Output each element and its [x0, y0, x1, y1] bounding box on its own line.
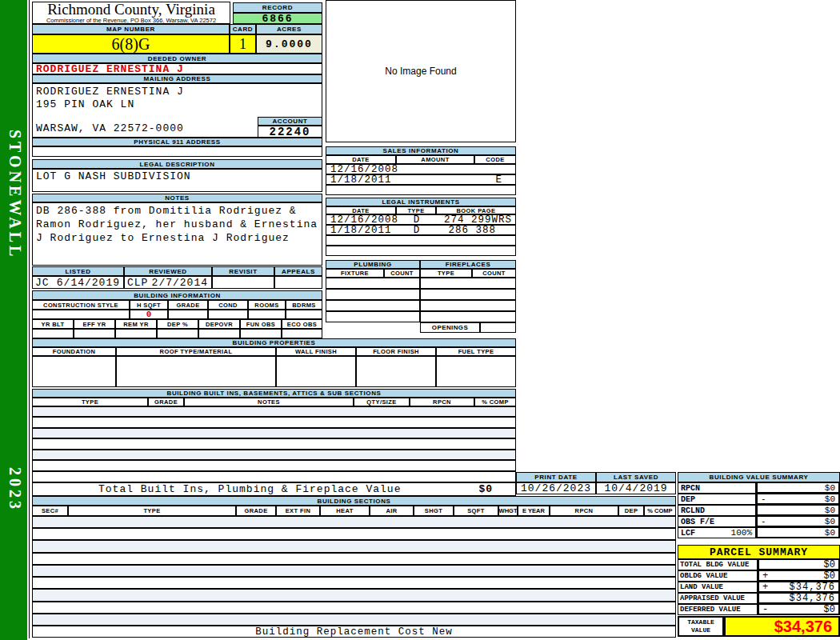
listed-label: LISTED — [32, 266, 124, 276]
fireplace-row — [420, 300, 516, 311]
bi-comp-header: % COMP — [474, 398, 516, 406]
card-value: 1 — [230, 34, 256, 54]
plumbing-row — [326, 300, 420, 311]
construction-style-value — [32, 310, 130, 319]
physical-address-label: PHYSICAL 911 ADDRESS — [32, 138, 322, 146]
fueltype-header: FUEL TYPE — [436, 347, 516, 356]
legal-description-label: LEGAL DESCRIPTION — [32, 159, 322, 169]
grade-header: GRADE — [168, 300, 208, 310]
bs-dep-header: DEP — [618, 506, 644, 516]
bvs-lcf-value-cell: $0 — [756, 526, 840, 538]
builtins-row — [32, 450, 516, 460]
deppct-header: DEP % — [157, 319, 198, 329]
mailing-line-2: 195 PIN OAK LN — [36, 98, 134, 110]
building-properties-title: BUILDING PROPERTIES — [32, 338, 516, 347]
sale-date: 12/16/2008 — [330, 165, 398, 174]
bvs-value-cell: - $0 — [756, 493, 840, 505]
sales-date-header: DATE — [326, 155, 396, 164]
parcel-label-cell: TOTAL BLDG VALUE — [678, 559, 758, 570]
deppct-value — [157, 329, 198, 338]
roof-value — [116, 356, 276, 387]
builtins-row — [32, 460, 516, 471]
listed-value: JC 6/14/2019 — [32, 276, 124, 289]
fireplace-count-header: COUNT — [472, 269, 516, 278]
parcel-value: $34,376 — [790, 594, 835, 602]
fireplace-row — [420, 278, 516, 289]
builtins-row — [32, 428, 516, 438]
bvs-value-cell: $0 — [756, 504, 840, 516]
record-label: RECORD — [233, 2, 322, 13]
bs-comp-header: % COMP — [644, 506, 676, 516]
bvs-op: - — [761, 494, 766, 503]
builtins-total-row: Total Built Ins, Plumbing & Fireplace Va… — [32, 482, 516, 496]
replacement-cost-label: Building Replacement Cost New — [255, 626, 453, 638]
yrblt-header: YR BLT — [32, 319, 74, 329]
sales-row: 12/16/2008 — [326, 164, 516, 174]
depovr-header: DEPOVR — [198, 319, 240, 329]
bvs-value: $0 — [825, 483, 835, 492]
bi-grade-header: GRADE — [148, 398, 184, 406]
openings-value — [480, 322, 516, 333]
account-label: ACCOUNT — [258, 117, 322, 126]
taxable-value-label: TAXABLE VALUE — [678, 616, 724, 637]
parcel-value: $0 — [824, 560, 835, 569]
last-saved-label: LAST SAVED — [596, 472, 676, 482]
district-sidebar: STONEWALL 2023 — [0, 0, 27, 640]
parcel-op: - — [762, 605, 768, 614]
taxable-value: $34,376 — [774, 618, 832, 635]
bs-extfin-header: EXT FIN — [276, 506, 320, 516]
appeals-label: APPEALS — [274, 266, 322, 276]
li-type-header: TYPE — [396, 206, 436, 214]
taxable-label-line2: VALUE — [691, 626, 710, 634]
wallfinish-header: WALL FINISH — [276, 347, 356, 356]
parcel-label-cell: APPRAISED VALUE — [678, 593, 758, 604]
instrument-row — [326, 246, 516, 256]
county-title: Richmond County, Virginia — [33, 2, 230, 17]
listed-date: 6/14/2019 — [57, 277, 120, 288]
deeded-owner-value: RODRIGUEZ ERNESTINA J — [32, 63, 322, 74]
bi-rpcn-header: RPCN — [410, 398, 474, 406]
taxable-label-line1: TAXABLE — [687, 618, 714, 626]
bs-type-header: TYPE — [68, 506, 236, 516]
legal-instruments-title: LEGAL INSTRUMENTS — [326, 198, 516, 206]
sales-row — [326, 185, 516, 195]
building-sections-row — [32, 565, 676, 577]
county-header-box: Richmond County, Virginia Commissioner o… — [32, 2, 230, 24]
parcel-value-cell: $34,376 — [758, 592, 840, 604]
parcel-label-cell: OBLDG VALUE — [678, 570, 758, 582]
builtins-row — [32, 471, 516, 482]
legal-description-box: LOT G NASH SUBDIVISION — [32, 169, 322, 192]
floorfinish-header: FLOOR FINISH — [356, 347, 436, 356]
parcel-label-cell: LAND VALUE — [678, 582, 758, 593]
funobs-value — [240, 329, 282, 338]
instrument-row: 1/18/2011 D 286 388 — [326, 225, 516, 235]
fireplaces-title: FIREPLACES — [420, 260, 516, 269]
instrument-type: D — [397, 226, 437, 234]
effyr-header: EFF YR — [74, 319, 115, 329]
revisit-value — [212, 276, 274, 289]
bs-air-header: AIR — [370, 506, 414, 516]
building-sections-row — [32, 602, 676, 614]
construction-style-header: CONSTRUCTION STYLE — [32, 300, 130, 310]
parcel-label-cell: DEFERRED VALUE — [678, 604, 758, 615]
deeded-owner-label: DEEDED OWNER — [32, 54, 322, 63]
builtins-row — [32, 417, 516, 428]
fireplace-row — [420, 289, 516, 300]
sales-amount-header: AMOUNT — [396, 155, 474, 164]
bvs-label-cell: RCLND — [678, 505, 756, 516]
appeals-value — [274, 276, 322, 289]
parcel-value: $34,376 — [790, 582, 835, 591]
building-sections-row — [32, 553, 676, 565]
openings-label: OPENINGS — [420, 322, 480, 333]
bs-sqft-header: SQFT — [454, 506, 498, 516]
instrument-bookpage: 286 388 — [448, 226, 496, 234]
bvs-lcf-label: LCF — [681, 528, 695, 538]
reviewed-date: 2/7/2014 — [152, 277, 208, 288]
bvs-value-cell: $0 — [756, 482, 840, 494]
acres-value: 9.0000 — [256, 34, 322, 54]
bvs-label: RCLND — [681, 506, 705, 515]
bvs-label-cell: DEP — [678, 494, 756, 505]
fueltype-value — [436, 356, 516, 387]
plumbing-row — [326, 289, 420, 300]
rooms-value — [248, 310, 286, 319]
